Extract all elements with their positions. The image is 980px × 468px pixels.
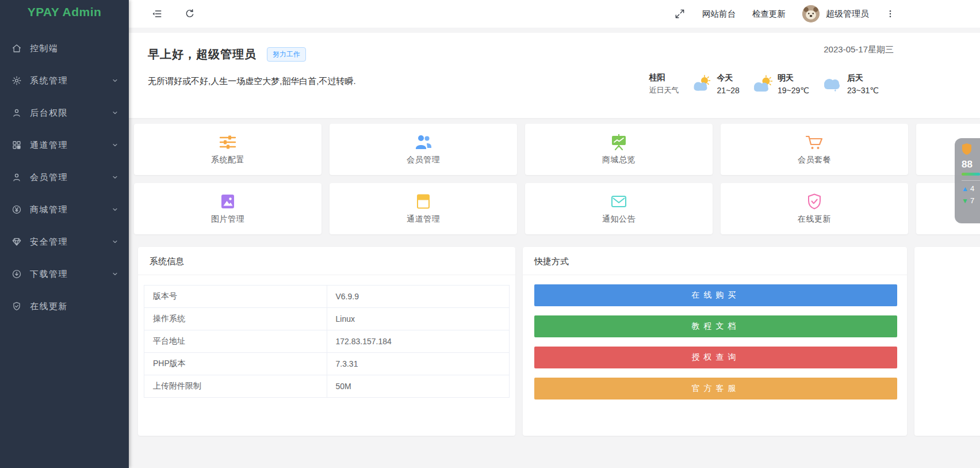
sidebar-item-system[interactable]: 系统管理 <box>0 64 129 97</box>
chevron-down-icon <box>112 142 118 149</box>
info-label: 操作系统 <box>144 308 327 330</box>
sidebar-item-dashboard[interactable]: 控制端 <box>0 32 129 64</box>
info-label: 版本号 <box>144 286 327 308</box>
main-area: 网站前台 检查更新 超级管理员 早上好，超级管理员 努力工作 无所谓好或不好,人… <box>129 0 980 468</box>
info-value: V6.9.9 <box>327 286 510 308</box>
system-info-title: 系统信息 <box>138 247 515 275</box>
sidebar-item-online-update[interactable]: 在线更新 <box>0 290 129 322</box>
sidebar-item-label: 下载管理 <box>30 269 112 280</box>
dog-avatar-image <box>802 5 820 22</box>
sidebar-item-members[interactable]: 会员管理 <box>0 161 129 193</box>
monitor-upload-stat: ▲ 4 <box>962 184 980 193</box>
shortcut-card-notices[interactable]: 通知公告 <box>525 183 713 234</box>
sidebar: YPAY Admin 控制端 系统管理 后台权限 通道管理 会员管理 <box>0 0 129 468</box>
greeting-title: 早上好，超级管理员 <box>148 47 257 62</box>
collapse-sidebar-icon[interactable] <box>151 8 163 20</box>
sidebar-item-label: 后台权限 <box>30 108 112 119</box>
weather-day: 明天 19~29℃ <box>751 73 809 95</box>
download-circle-icon <box>12 269 22 279</box>
modules-icon <box>12 140 22 150</box>
server-monitor-widget[interactable]: 88 ▲ 4 ▼ 7 <box>955 138 980 223</box>
kebab-menu-icon[interactable] <box>886 8 895 20</box>
shortcut-card-online-update[interactable]: 在线更新 <box>721 183 908 234</box>
arrow-up-icon: ▲ <box>962 185 968 193</box>
table-row: PHP版本 7.3.31 <box>144 353 510 375</box>
yen-circle-icon <box>12 204 22 215</box>
site-front-link[interactable]: 网站前台 <box>702 9 736 20</box>
sun-behind-cloud-icon <box>751 74 775 94</box>
weather-day-name: 今天 <box>717 73 733 82</box>
sidebar-item-label: 通道管理 <box>30 140 112 151</box>
home-icon <box>12 43 22 54</box>
shortcut-card-label: 通知公告 <box>602 214 636 225</box>
shortcut-card-members[interactable]: 会员管理 <box>330 124 517 175</box>
info-value: 50M <box>327 375 510 398</box>
sidebar-item-label: 控制端 <box>30 43 118 54</box>
sidebar-item-label: 在线更新 <box>30 301 118 312</box>
shortcut-card-label: 商城总览 <box>602 155 636 165</box>
sidebar-menu: 控制端 系统管理 后台权限 通道管理 会员管理 商城管理 <box>0 24 129 322</box>
current-date: 2023-05-17星期三 <box>824 44 894 55</box>
shortcut-card-system-config[interactable]: 系统配置 <box>134 124 321 175</box>
info-label: PHP版本 <box>144 353 327 375</box>
sidebar-item-mall[interactable]: 商城管理 <box>0 193 129 226</box>
shortcut-card-images[interactable]: 图片管理 <box>134 183 321 234</box>
weather-day-info: 后天 23~31℃ <box>847 73 879 95</box>
info-value: 7.3.31 <box>327 353 510 375</box>
chevron-down-icon <box>112 77 118 84</box>
shortcut-cards: 系统配置 会员管理 商城总览 会员套餐 图片管理 通道 <box>134 124 980 234</box>
chevron-down-icon <box>112 206 118 213</box>
gem-icon <box>12 237 22 247</box>
bottom-panels: 系统信息 版本号 V6.9.9 操作系统 Linux 平台地址 172.83.1… <box>138 247 980 436</box>
cloud-sun-icon <box>691 74 715 94</box>
weather-day-info: 明天 19~29℃ <box>778 73 809 95</box>
weather-city-name: 桂阳 <box>649 73 665 82</box>
check-update-link[interactable]: 检查更新 <box>752 9 786 20</box>
system-info-table: 版本号 V6.9.9 操作系统 Linux 平台地址 172.83.157.18… <box>144 285 510 398</box>
info-value: Linux <box>327 308 510 330</box>
weather-day: 今天 21~28 <box>691 73 740 95</box>
sidebar-item-permissions[interactable]: 后台权限 <box>0 97 129 129</box>
badge-icon <box>962 143 972 155</box>
sidebar-item-label: 安全管理 <box>30 237 112 248</box>
divider <box>962 180 980 181</box>
chevron-down-icon <box>112 174 118 181</box>
topbar: 网站前台 检查更新 超级管理员 <box>129 0 980 28</box>
sidebar-item-channels[interactable]: 通道管理 <box>0 129 129 161</box>
table-row: 版本号 V6.9.9 <box>144 286 510 308</box>
sidebar-item-label: 系统管理 <box>30 75 112 86</box>
shortcut-card-channels[interactable]: 通道管理 <box>330 183 517 234</box>
chart-board-icon <box>609 134 629 151</box>
mood-badge: 努力工作 <box>267 47 306 62</box>
weather-day-temp: 23~31℃ <box>847 86 879 95</box>
shortcut-card-member-plans[interactable]: 会员套餐 <box>721 124 908 175</box>
sidebar-item-downloads[interactable]: 下载管理 <box>0 258 129 290</box>
sliders-icon <box>218 134 238 151</box>
buy-online-button[interactable]: 在线购买 <box>534 284 897 306</box>
official-support-button[interactable]: 官方客服 <box>534 378 897 399</box>
cutoff-panel <box>914 247 980 436</box>
sidebar-item-security[interactable]: 安全管理 <box>0 226 129 258</box>
monitor-down-value: 7 <box>970 196 974 205</box>
weather-day: 后天 23~31℃ <box>821 73 879 95</box>
fullscreen-icon[interactable] <box>674 8 686 20</box>
table-row: 上传附件限制 50M <box>144 375 510 398</box>
cart-icon <box>805 134 824 151</box>
user-icon <box>12 172 22 182</box>
license-query-button[interactable]: 授权查询 <box>534 347 897 368</box>
sidebar-item-label: 商城管理 <box>30 204 112 215</box>
shortcut-card-label: 会员套餐 <box>798 155 831 165</box>
weather-subtitle: 近日天气 <box>649 85 679 96</box>
app-logo: YPAY Admin <box>0 0 129 24</box>
weather-day-name: 后天 <box>847 73 863 82</box>
shortcut-card-mall-overview[interactable]: 商城总览 <box>525 124 713 175</box>
users-icon <box>414 134 433 151</box>
tutorial-docs-button[interactable]: 教程文档 <box>534 315 897 337</box>
username-dropdown[interactable]: 超级管理员 <box>826 9 869 20</box>
chevron-down-icon <box>112 238 118 245</box>
refresh-icon[interactable] <box>184 8 196 20</box>
mail-icon <box>609 193 629 210</box>
greeting-panel: 早上好，超级管理员 努力工作 无所谓好或不好,人生一场虚空大梦,韶华白首,不过转… <box>129 33 980 118</box>
weather-day-info: 今天 21~28 <box>717 73 740 95</box>
avatar[interactable] <box>802 5 820 22</box>
